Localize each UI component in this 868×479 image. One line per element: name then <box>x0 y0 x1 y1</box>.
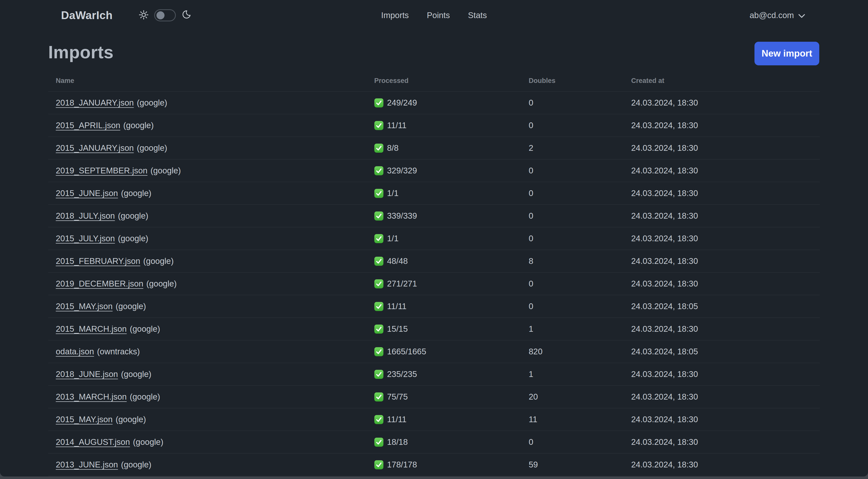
import-processed-cell: 178/178 <box>374 453 529 476</box>
import-created-cell: 24.03.2024, 18:30 <box>631 227 820 250</box>
processed-count: 48/48 <box>387 256 408 266</box>
import-source-label: (google) <box>121 188 151 198</box>
import-file-link[interactable]: 2015_MAY.json <box>56 415 113 424</box>
import-file-link[interactable]: 2019_DECEMBER.json <box>56 279 144 288</box>
check-icon <box>374 211 383 221</box>
import-file-link[interactable]: 2015_JUNE.json <box>56 188 118 198</box>
import-created-cell: 24.03.2024, 18:30 <box>631 453 820 476</box>
import-doubles-cell: 2 <box>529 137 631 159</box>
import-file-link[interactable]: 2013_JUNE.json <box>56 460 118 469</box>
import-file-link[interactable]: 2013_MARCH.json <box>56 392 127 401</box>
import-processed-cell: 8/8 <box>374 137 529 159</box>
import-doubles-cell: 20 <box>529 386 631 408</box>
theme-toggle-group <box>138 9 191 21</box>
import-file-link[interactable]: odata.json <box>56 347 94 356</box>
processed-count: 11/11 <box>387 121 407 130</box>
import-name-cell: 2015_MAY.json(google) <box>48 295 374 318</box>
processed-count: 18/18 <box>387 437 408 447</box>
import-processed-cell: 11/11 <box>374 408 529 431</box>
check-icon <box>374 302 383 311</box>
table-row: 2014_AUGUST.json(google) 18/18 0 24.03.2… <box>48 431 820 453</box>
import-created-cell: 24.03.2024, 18:30 <box>631 91 820 114</box>
processed-count: 1/1 <box>387 234 399 243</box>
check-icon <box>374 234 383 243</box>
nav-link-stats[interactable]: Stats <box>468 10 487 20</box>
import-name-cell: 2015_FEBRUARY.json(google) <box>48 250 374 272</box>
moon-icon <box>181 10 191 21</box>
import-name-cell: 2014_AUGUST.json(google) <box>48 431 374 453</box>
import-name-cell: 2015_JUNE.json(google) <box>48 182 374 205</box>
import-created-cell: 24.03.2024, 18:30 <box>631 272 820 295</box>
import-file-link[interactable]: 2018_JULY.json <box>56 211 115 220</box>
import-doubles-cell: 0 <box>529 227 631 250</box>
page-head: Imports New import <box>0 42 868 63</box>
theme-toggle-switch[interactable] <box>154 9 176 21</box>
import-name-cell: 2015_MAY.json(google) <box>48 408 374 431</box>
import-processed-cell: 339/339 <box>374 205 529 227</box>
processed-count: 339/339 <box>387 211 417 221</box>
import-processed-cell: 1/1 <box>374 227 529 250</box>
check-icon <box>374 257 383 266</box>
import-source-label: (google) <box>137 143 167 153</box>
import-source-label: (google) <box>137 98 167 107</box>
import-source-label: (google) <box>123 121 154 130</box>
imports-table-header: Name Processed Doubles Created at <box>48 63 820 91</box>
table-row: 2019_SEPTEMBER.json(google) 329/329 0 24… <box>48 159 820 182</box>
import-doubles-cell: 0 <box>529 91 631 114</box>
import-processed-cell: 48/48 <box>374 250 529 272</box>
table-row: 2019_DECEMBER.json(google) 271/271 0 24.… <box>48 272 820 295</box>
import-file-link[interactable]: 2015_JULY.json <box>56 234 115 243</box>
import-name-cell: 2013_JUNE.json(google) <box>48 453 374 476</box>
import-created-cell: 24.03.2024, 18:30 <box>631 318 820 340</box>
import-file-link[interactable]: 2015_MAY.json <box>56 302 113 311</box>
nav-link-imports[interactable]: Imports <box>381 10 409 20</box>
import-created-cell: 24.03.2024, 18:30 <box>631 137 820 159</box>
check-icon <box>374 189 383 198</box>
page-title: Imports <box>48 42 868 63</box>
main-nav: Imports Points Stats <box>381 0 487 30</box>
check-icon <box>374 347 383 356</box>
import-file-link[interactable]: 2014_AUGUST.json <box>56 437 130 447</box>
import-created-cell <box>631 476 820 477</box>
top-navigation-bar: DaWarIch <box>0 0 868 30</box>
import-file-link[interactable]: 2015_FEBRUARY.json <box>56 256 140 266</box>
nav-link-points[interactable]: Points <box>427 10 450 20</box>
chevron-down-icon <box>799 10 805 20</box>
account-email: ab@cd.com <box>749 10 794 20</box>
table-row: 2015_MAY.json(google) 11/11 11 24.03.202… <box>48 408 820 431</box>
check-icon <box>374 324 383 334</box>
account-menu[interactable]: ab@cd.com <box>749 10 805 20</box>
import-file-link[interactable]: 2019_SEPTEMBER.json <box>56 166 148 175</box>
import-file-link[interactable]: 2015_JANUARY.json <box>56 143 134 153</box>
imports-table-body: 2018_JANUARY.json(google) 249/249 0 24.0… <box>48 91 820 477</box>
import-file-link[interactable]: 2015_MARCH.json <box>56 324 127 333</box>
column-header-doubles: Doubles <box>529 63 631 91</box>
import-processed-cell: 1/1 <box>374 182 529 205</box>
processed-count: 15/15 <box>387 324 408 334</box>
table-row: 2015_MARCH.json(google) 15/15 1 24.03.20… <box>48 318 820 340</box>
check-icon <box>374 438 383 447</box>
import-file-link[interactable]: 2015_APRIL.json <box>56 121 120 130</box>
new-import-button[interactable]: New import <box>754 42 819 65</box>
import-file-link[interactable]: 2018_JANUARY.json <box>56 98 134 107</box>
import-created-cell: 24.03.2024, 18:30 <box>631 205 820 227</box>
import-source-label: (google) <box>130 324 160 333</box>
import-source-label: (google) <box>143 256 174 266</box>
import-name-cell: 2019_DECEMBER.json(google) <box>48 272 374 295</box>
check-icon <box>374 121 383 130</box>
column-header-created-at: Created at <box>631 63 820 91</box>
screenshot-root: DaWarIch <box>0 0 868 479</box>
table-row: 2013_MARCH.json(google) 75/75 20 24.03.2… <box>48 386 820 408</box>
import-file-link[interactable]: 2018_JUNE.json <box>56 369 118 379</box>
import-source-label: (google) <box>118 234 148 243</box>
import-processed-cell: 11/11 <box>374 295 529 318</box>
import-name-cell: 2018_JUNE.json(google) <box>48 363 374 386</box>
import-doubles-cell: 11 <box>529 408 631 431</box>
import-processed-cell: 271/271 <box>374 272 529 295</box>
table-row: 2018_JANUARY.json(google) 249/249 0 24.0… <box>48 91 820 114</box>
import-source-label: (owntracks) <box>97 347 140 356</box>
import-source-label: (google) <box>121 460 151 469</box>
import-source-label: (google) <box>147 279 177 288</box>
import-doubles-cell: 59 <box>529 453 631 476</box>
app-window: DaWarIch <box>0 0 868 477</box>
